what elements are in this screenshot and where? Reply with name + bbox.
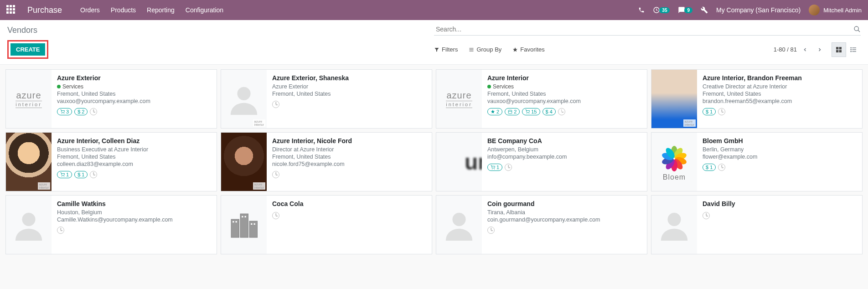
svg-point-15 [62,113,62,114]
stat-pill[interactable]: 1 [57,171,72,178]
kanban-icon [835,46,842,53]
vendor-card[interactable]: urBE Company CoAAntwerpen, Belgiuminfo@c… [436,132,647,191]
activity-clock-icon[interactable] [272,101,279,108]
vendor-card[interactable]: Coin gourmandTirana, Albaniacoin.gourman… [436,195,647,254]
vendor-name: Azure Interior, Colleen Diaz [57,137,211,144]
vendor-location: Antwerpen, Belgium [487,146,641,153]
vendor-image: azureinterior [651,70,697,128]
vendor-location: Berlin, Germany [703,146,857,153]
apps-icon[interactable] [6,5,16,15]
filters-button[interactable]: Filters [434,46,458,53]
vendor-name: Azure Interior, Nicole Ford [272,137,426,144]
vendor-email: Camille.Watkins@yourcompany.example.com [57,217,211,223]
stat-pill[interactable]: 2 [487,108,502,115]
pager-prev-button[interactable] [799,43,811,57]
vendor-location: Fremont, United States [57,154,211,160]
vendor-subtitle: Director at Azure Interior [272,146,426,153]
stat-pill[interactable]: 15 [522,108,540,115]
stat-pill[interactable]: 3 [57,108,72,115]
nav-products[interactable]: Products [111,6,136,14]
phone-icon[interactable] [638,7,645,13]
activity-badge: 35 [659,7,670,13]
nav-orders[interactable]: Orders [80,6,100,14]
vendor-card[interactable]: azureinteriorAzure Interior, Colleen Dia… [5,132,217,191]
search-icon[interactable] [853,26,861,33]
activity-clock-icon[interactable] [57,227,64,234]
activity-clock-icon[interactable] [703,212,710,219]
vendor-subtitle: Azure Exterior [272,83,426,90]
vendor-card[interactable]: azureinteriorAzure Interior, Brandon Fre… [651,69,863,129]
vendor-name: BE Company CoA [487,137,641,144]
vendor-image [651,196,697,254]
vendor-email: coin.gourmand@yourcompany.example.com [487,217,641,223]
stat-pill[interactable]: 1 [487,164,502,171]
stat-pill[interactable]: $ 1 [703,164,716,171]
stat-pill[interactable]: $ 4 [542,108,556,115]
vendor-card[interactable]: azureinteriorAzure Interior, Nicole Ford… [221,132,432,191]
svg-rect-30 [232,221,234,222]
pager-range[interactable]: 1-80 / 81 [774,46,797,53]
pager-next-button[interactable] [813,43,826,57]
svg-rect-33 [245,216,246,217]
vendor-subtitle: Business Executive at Azure Interior [57,146,211,153]
vendor-image: ur [436,133,482,191]
vendor-card[interactable]: David Billy [651,195,863,254]
activity-clock-icon[interactable] [272,171,279,178]
activity-clock-icon[interactable] [90,171,97,178]
nav-configuration[interactable]: Configuration [186,6,223,14]
vendor-name: Azure Exterior, Shaneska [272,74,426,82]
create-highlight: CREATE [7,40,48,59]
vendor-email: colleen.diaz83@example.com [57,161,211,167]
svg-point-25 [494,169,495,169]
user-avatar-icon [809,5,820,15]
list-view-icon [850,46,857,53]
list-view-button[interactable] [846,42,861,57]
vendor-image: azureinterior [221,133,267,191]
vendor-card[interactable]: Coca Cola [221,195,432,254]
vendor-location: Fremont, United States [487,91,641,97]
svg-point-11 [851,49,851,50]
star-icon [512,47,518,52]
chevron-left-icon [802,47,808,52]
stat-pill[interactable]: $ 1 [74,171,88,178]
stat-pill[interactable]: $ 1 [703,108,716,115]
favorites-button[interactable]: Favorites [512,46,544,53]
vendor-card[interactable]: azureinteriorAzure ExteriorServicesFremo… [5,69,217,129]
vendor-image: azureinterior [221,70,267,128]
vendor-email: brandon.freeman55@example.com [703,98,857,104]
vendor-location: Fremont, United States [272,154,426,160]
kanban-view: azureinteriorAzure ExteriorServicesFremo… [0,65,868,259]
activity-clock-icon[interactable] [505,164,512,171]
vendor-image: azureinterior [436,70,482,128]
stat-pill[interactable]: 2 [505,108,520,115]
user-menu[interactable]: Mitchell Admin [809,5,862,15]
activity-clock-icon[interactable] [718,108,725,115]
vendor-email: vauxoo@yourcompany.example.com [487,98,641,104]
search-input[interactable] [434,25,853,34]
vendor-email: flower@example.com [703,154,857,160]
messaging-icon[interactable]: 9 [678,6,692,14]
create-button[interactable]: CREATE [10,43,45,56]
company-switcher[interactable]: My Company (San Francisco) [716,6,801,14]
activity-clock-icon[interactable] [487,227,495,234]
vendor-card[interactable]: BloemBloem GmbHBerlin, Germanyflower@exa… [651,132,863,191]
svg-rect-29 [249,221,258,237]
vendor-card[interactable]: azureinteriorAzure InteriorServicesFremo… [436,69,647,129]
activity-icon[interactable]: 35 [653,6,670,14]
activity-clock-icon[interactable] [272,212,279,219]
vendor-name: Coin gourmand [487,200,641,207]
vendor-location: Fremont, United States [272,91,426,97]
groupby-button[interactable]: Group By [469,46,501,53]
vendor-name: David Billy [703,200,857,207]
kanban-view-button[interactable] [832,42,846,57]
vendor-name: Azure Interior [487,74,641,82]
nav-reporting[interactable]: Reporting [147,6,175,14]
activity-clock-icon[interactable] [558,108,565,115]
stat-pill[interactable]: $ 2 [74,108,88,115]
debug-icon[interactable] [701,6,708,14]
vendor-card[interactable]: azureinteriorAzure Exterior, ShaneskaAzu… [221,69,432,129]
funnel-icon [434,47,439,52]
vendor-card[interactable]: Camille WatkinsHouston, BelgiumCamille.W… [5,195,217,254]
activity-clock-icon[interactable] [718,164,725,171]
activity-clock-icon[interactable] [90,108,97,115]
